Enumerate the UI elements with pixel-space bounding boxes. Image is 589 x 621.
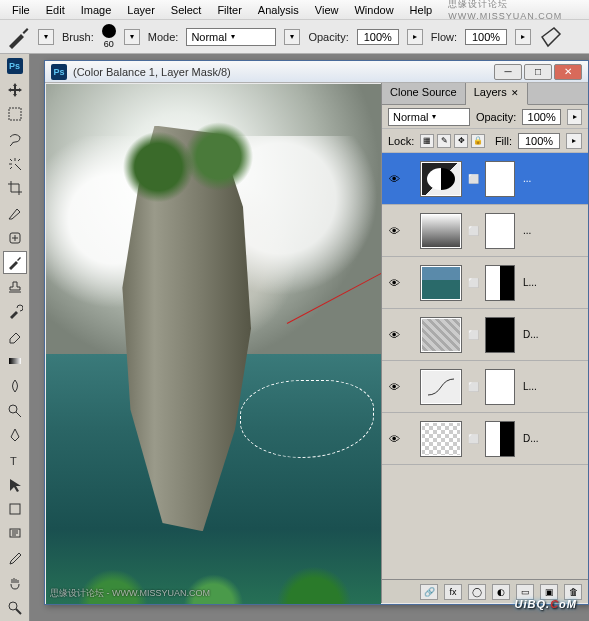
layer-mask-thumbnail[interactable] xyxy=(485,317,515,353)
layer-name[interactable]: ... xyxy=(523,173,531,184)
zoom-tool[interactable] xyxy=(3,596,27,620)
stamp-tool[interactable] xyxy=(3,275,27,299)
dodge-tool[interactable] xyxy=(3,399,27,423)
brush-dropdown-icon[interactable]: ▾ xyxy=(124,29,140,45)
gradient-tool[interactable] xyxy=(3,349,27,373)
layer-mask-thumbnail[interactable] xyxy=(485,421,515,457)
layer-row[interactable]: 👁 ⬜ L... xyxy=(382,361,588,413)
layer-thumbnail[interactable] xyxy=(420,265,462,301)
menu-window[interactable]: Window xyxy=(346,2,401,18)
menu-analysis[interactable]: Analysis xyxy=(250,2,307,18)
visibility-icon[interactable]: 👁 xyxy=(386,327,402,343)
toolbox: Ps T xyxy=(0,54,30,621)
layer-name[interactable]: D... xyxy=(523,329,539,340)
marquee-tool[interactable] xyxy=(3,102,27,126)
type-tool[interactable]: T xyxy=(3,448,27,472)
lock-transparency-icon[interactable]: ▦ xyxy=(420,134,434,148)
visibility-icon[interactable]: 👁 xyxy=(386,171,402,187)
menu-file[interactable]: File xyxy=(4,2,38,18)
flow-input[interactable]: 100% xyxy=(465,29,507,45)
eraser-tool[interactable] xyxy=(3,325,27,349)
layer-row[interactable]: 👁 ⬜ L... xyxy=(382,257,588,309)
title-bar[interactable]: Ps (Color Balance 1, Layer Mask/8) ─ □ ✕ xyxy=(45,61,588,83)
lasso-tool[interactable] xyxy=(3,127,27,151)
minimize-button[interactable]: ─ xyxy=(494,64,522,80)
heal-tool[interactable] xyxy=(3,226,27,250)
layer-name[interactable]: L... xyxy=(523,381,537,392)
tab-close-icon[interactable]: ✕ xyxy=(511,88,519,98)
visibility-icon[interactable]: 👁 xyxy=(386,223,402,239)
airbrush-icon[interactable] xyxy=(539,25,563,49)
layer-blend-mode-select[interactable]: Normal▾ xyxy=(388,108,470,126)
lock-all-icon[interactable]: 🔒 xyxy=(471,134,485,148)
blend-mode-select[interactable]: Normal▾ xyxy=(186,28,276,46)
notes-tool[interactable] xyxy=(3,522,27,546)
layer-mask-thumbnail[interactable] xyxy=(485,161,515,197)
layer-mask-thumbnail[interactable] xyxy=(485,265,515,301)
layer-opacity-input[interactable]: 100% xyxy=(522,109,561,125)
layer-thumbnail[interactable] xyxy=(420,161,462,197)
layer-mask-thumbnail[interactable] xyxy=(485,213,515,249)
layer-thumbnail[interactable] xyxy=(420,421,462,457)
hand-tool[interactable] xyxy=(3,571,27,595)
layer-thumbnail[interactable] xyxy=(420,369,462,405)
layer-row[interactable]: 👁 ⬜ ... xyxy=(382,153,588,205)
layer-row[interactable]: 👁 ⬜ D... xyxy=(382,309,588,361)
history-brush-tool[interactable] xyxy=(3,300,27,324)
mode-label: Mode: xyxy=(148,31,179,43)
menu-select[interactable]: Select xyxy=(163,2,210,18)
layer-row[interactable]: 👁 ⬜ D... xyxy=(382,413,588,465)
path-select-tool[interactable] xyxy=(3,473,27,497)
document-window: Ps (Color Balance 1, Layer Mask/8) ─ □ ✕… xyxy=(44,60,589,605)
visibility-icon[interactable]: 👁 xyxy=(386,431,402,447)
menu-view[interactable]: View xyxy=(307,2,347,18)
visibility-icon[interactable]: 👁 xyxy=(386,379,402,395)
layer-name[interactable]: ... xyxy=(523,225,531,236)
layer-opacity-slider-icon[interactable]: ▸ xyxy=(567,109,582,125)
tool-preset-picker[interactable]: ▾ xyxy=(38,29,54,45)
layer-style-icon[interactable]: fx xyxy=(444,584,462,600)
layer-name[interactable]: L... xyxy=(523,277,537,288)
menu-layer[interactable]: Layer xyxy=(119,2,163,18)
brush-tool-icon[interactable] xyxy=(6,25,30,49)
tab-clone-source[interactable]: Clone Source xyxy=(382,83,466,104)
layer-row[interactable]: 👁 ⬜ ... xyxy=(382,205,588,257)
eyedropper-tool[interactable] xyxy=(3,547,27,571)
layer-thumbnail[interactable] xyxy=(420,213,462,249)
adjustment-layer-icon[interactable]: ◐ xyxy=(492,584,510,600)
crop-tool[interactable] xyxy=(3,176,27,200)
layer-mask-icon[interactable]: ◯ xyxy=(468,584,486,600)
opacity-input[interactable]: 100% xyxy=(357,29,399,45)
canvas[interactable]: 思缘设计论坛 - WWW.MISSYUAN.COM xyxy=(46,84,381,604)
mode-extra-icon[interactable]: ▾ xyxy=(284,29,300,45)
fill-input[interactable]: 100% xyxy=(518,133,560,149)
menu-filter[interactable]: Filter xyxy=(209,2,249,18)
svg-text:T: T xyxy=(10,455,17,467)
options-bar: ▾ Brush: 60 ▾ Mode: Normal▾ ▾ Opacity: 1… xyxy=(0,20,589,54)
shape-tool[interactable] xyxy=(3,497,27,521)
brush-tool[interactable] xyxy=(3,251,27,275)
pen-tool[interactable] xyxy=(3,423,27,447)
tab-layers[interactable]: Layers✕ xyxy=(466,83,528,105)
wand-tool[interactable] xyxy=(3,152,27,176)
lock-position-icon[interactable]: ✥ xyxy=(454,134,468,148)
opacity-slider-icon[interactable]: ▸ xyxy=(407,29,423,45)
layer-mask-thumbnail[interactable] xyxy=(485,369,515,405)
slice-tool[interactable] xyxy=(3,201,27,225)
layer-thumbnail[interactable] xyxy=(420,317,462,353)
menu-image[interactable]: Image xyxy=(73,2,120,18)
flow-slider-icon[interactable]: ▸ xyxy=(515,29,531,45)
layer-name[interactable]: D... xyxy=(523,433,539,444)
lock-pixels-icon[interactable]: ✎ xyxy=(437,134,451,148)
blur-tool[interactable] xyxy=(3,374,27,398)
close-button[interactable]: ✕ xyxy=(554,64,582,80)
link-layers-icon[interactable]: 🔗 xyxy=(420,584,438,600)
canvas-vegetation xyxy=(113,115,264,219)
maximize-button[interactable]: □ xyxy=(524,64,552,80)
move-tool[interactable] xyxy=(3,78,27,102)
fill-slider-icon[interactable]: ▸ xyxy=(566,133,582,149)
brush-preset-picker[interactable]: 60 xyxy=(102,24,116,49)
menu-help[interactable]: Help xyxy=(402,2,441,18)
visibility-icon[interactable]: 👁 xyxy=(386,275,402,291)
menu-edit[interactable]: Edit xyxy=(38,2,73,18)
